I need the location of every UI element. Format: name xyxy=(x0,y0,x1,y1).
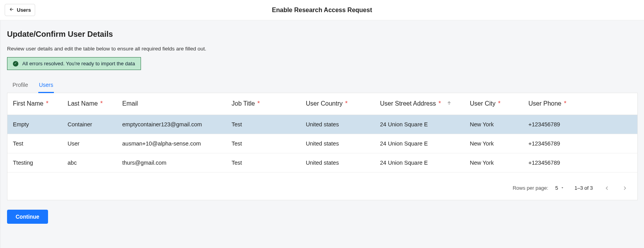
cell-user-phone[interactable]: +123456789 xyxy=(523,153,637,172)
check-circle-icon: ✓ xyxy=(13,61,18,66)
section-heading: Update/Confirm User Details xyxy=(7,30,638,39)
prev-page-button[interactable] xyxy=(603,184,611,192)
chevron-down-icon xyxy=(560,185,564,191)
required-star: * xyxy=(345,100,348,107)
required-star: * xyxy=(100,100,103,107)
top-bar: Users Enable Research Access Request xyxy=(0,0,644,20)
page-nav: 1–3 of 3 xyxy=(574,184,629,192)
tabs: Profile Users xyxy=(7,78,638,93)
cell-user-country[interactable]: United states xyxy=(300,134,375,153)
page-body: Update/Confirm User Details Review user … xyxy=(0,20,644,248)
required-star: * xyxy=(46,100,48,107)
table-row[interactable]: Test User ausman+10@alpha-sense.com Test… xyxy=(7,134,637,153)
cell-first-name[interactable]: Ttesting xyxy=(7,153,62,172)
col-user-street-address-label: User Street Address xyxy=(380,100,436,107)
cell-user-phone[interactable]: +123456789 xyxy=(523,115,637,134)
cell-first-name[interactable]: Test xyxy=(7,134,62,153)
users-table-card: First Name * Last Name * Email Job Title xyxy=(7,93,638,200)
col-email-label: Email xyxy=(122,100,138,107)
cell-user-street-address[interactable]: 24 Union Square E xyxy=(375,153,464,172)
table-header-row: First Name * Last Name * Email Job Title xyxy=(7,93,637,115)
required-star: * xyxy=(564,100,566,107)
arrow-left-icon xyxy=(9,7,14,13)
cell-user-country[interactable]: United states xyxy=(300,153,375,172)
cell-last-name[interactable]: User xyxy=(62,134,117,153)
success-alert-text: All errors resolved. You're ready to imp… xyxy=(22,61,135,66)
col-job-title-label: Job Title xyxy=(232,100,255,107)
cell-user-city[interactable]: New York xyxy=(464,153,523,172)
cell-job-title[interactable]: Test xyxy=(226,115,300,134)
back-button[interactable]: Users xyxy=(5,4,35,16)
users-table: First Name * Last Name * Email Job Title xyxy=(7,93,637,173)
page-range-text: 1–3 of 3 xyxy=(574,185,593,191)
cell-job-title[interactable]: Test xyxy=(226,153,300,172)
cell-email[interactable]: emptycontainer123@gmail.com xyxy=(117,115,226,134)
cell-user-street-address[interactable]: 24 Union Square E xyxy=(375,134,464,153)
cell-last-name[interactable]: Container xyxy=(62,115,117,134)
cell-user-city[interactable]: New York xyxy=(464,115,523,134)
rows-per-page-value: 5 xyxy=(555,185,558,191)
cell-user-city[interactable]: New York xyxy=(464,134,523,153)
tab-users[interactable]: Users xyxy=(38,78,54,93)
cell-last-name[interactable]: abc xyxy=(62,153,117,172)
tab-profile[interactable]: Profile xyxy=(12,78,29,93)
col-first-name-label: First Name xyxy=(13,100,43,107)
col-job-title[interactable]: Job Title * xyxy=(226,93,300,115)
col-user-country-label: User Country xyxy=(306,100,343,107)
table-row[interactable]: Ttesting abc thurs@gmail.com Test United… xyxy=(7,153,637,172)
col-last-name-label: Last Name xyxy=(68,100,98,107)
cell-first-name[interactable]: Empty xyxy=(7,115,62,134)
col-last-name[interactable]: Last Name * xyxy=(62,93,117,115)
success-alert: ✓ All errors resolved. You're ready to i… xyxy=(7,57,141,70)
table-row[interactable]: Empty Container emptycontainer123@gmail.… xyxy=(7,115,637,134)
required-star: * xyxy=(257,100,260,107)
section-subtext: Review user details and edit the table b… xyxy=(7,46,638,52)
col-user-phone-label: User Phone xyxy=(528,100,562,107)
pagination: Rows per page: 5 1–3 of 3 xyxy=(7,173,637,200)
cell-user-country[interactable]: United states xyxy=(300,115,375,134)
col-user-city-label: User City xyxy=(470,100,496,107)
cell-user-phone[interactable]: +123456789 xyxy=(523,134,637,153)
continue-button[interactable]: Continue xyxy=(7,210,48,224)
cell-email[interactable]: ausman+10@alpha-sense.com xyxy=(117,134,226,153)
col-user-country[interactable]: User Country * xyxy=(300,93,375,115)
col-user-city[interactable]: User City * xyxy=(464,93,523,115)
rows-per-page-label: Rows per page: xyxy=(513,185,548,191)
required-star: * xyxy=(439,100,441,107)
col-email[interactable]: Email xyxy=(117,93,226,115)
col-user-street-address[interactable]: User Street Address * xyxy=(375,93,464,115)
cell-job-title[interactable]: Test xyxy=(226,134,300,153)
cell-user-street-address[interactable]: 24 Union Square E xyxy=(375,115,464,134)
next-page-button[interactable] xyxy=(621,184,629,192)
required-star: * xyxy=(498,100,500,107)
col-user-phone[interactable]: User Phone * xyxy=(523,93,637,115)
page-title: Enable Research Access Request xyxy=(272,7,372,14)
rows-per-page-select[interactable]: 5 xyxy=(555,185,564,191)
back-button-label: Users xyxy=(17,7,31,13)
col-first-name[interactable]: First Name * xyxy=(7,93,62,115)
rows-per-page-group: Rows per page: 5 xyxy=(513,185,564,191)
cell-email[interactable]: thurs@gmail.com xyxy=(117,153,226,172)
arrow-up-icon xyxy=(446,101,452,108)
